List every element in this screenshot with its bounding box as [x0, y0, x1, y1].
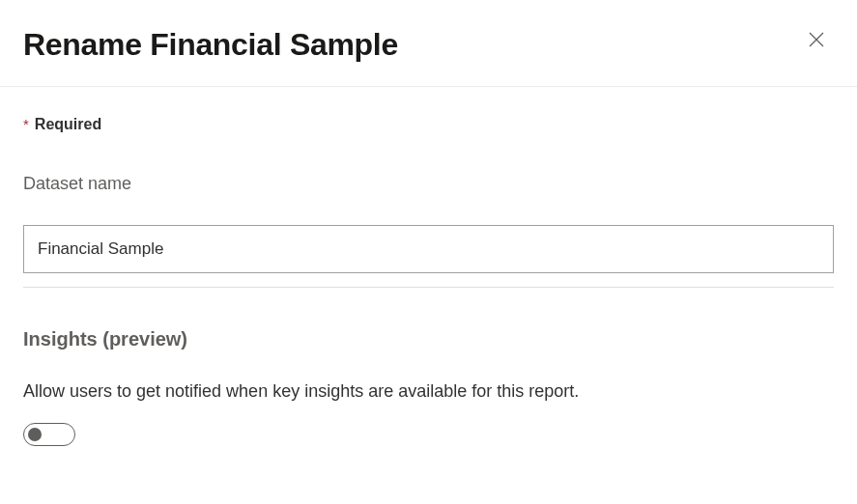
close-button[interactable] [807, 31, 826, 50]
required-asterisk: * [23, 116, 29, 132]
required-label: Required [35, 116, 101, 133]
required-indicator: * Required [23, 116, 834, 133]
toggle-knob [28, 428, 42, 441]
insights-heading: Insights (preview) [23, 328, 834, 350]
insights-description: Allow users to get notified when key ins… [23, 381, 834, 402]
dialog-content: * Required Dataset name Insights (previe… [0, 87, 857, 473]
dataset-name-label: Dataset name [23, 174, 834, 194]
dialog-title: Rename Financial Sample [23, 27, 834, 63]
dataset-name-input[interactable] [23, 225, 834, 273]
insights-toggle[interactable] [23, 423, 75, 446]
dialog-header: Rename Financial Sample [0, 0, 857, 87]
section-divider [23, 287, 834, 288]
close-icon [809, 32, 824, 50]
